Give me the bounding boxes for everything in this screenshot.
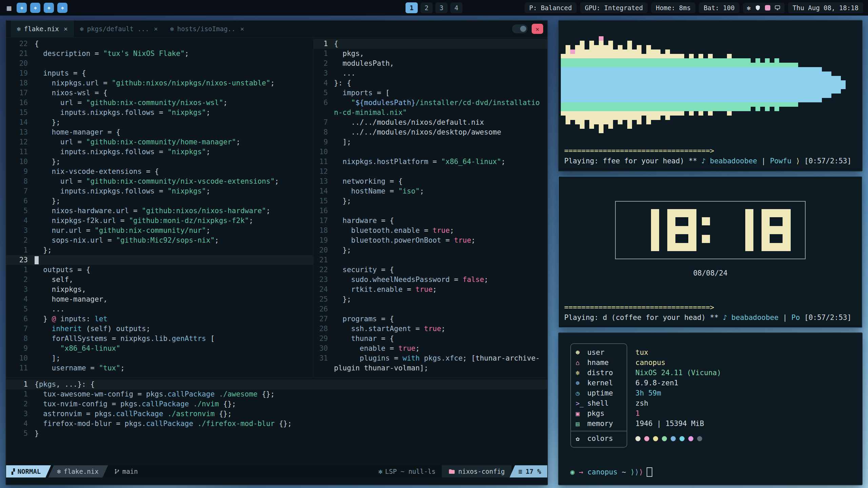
visualizer-column	[770, 63, 774, 107]
fetch-value-row: 1946 | 15394 MiB	[635, 419, 721, 429]
visualizer-column	[694, 58, 698, 111]
code-line: 6 } @ inputs: let	[6, 314, 313, 324]
taskbar-app-icon[interactable]: ❖	[30, 3, 40, 13]
code-line: 9 ];	[314, 137, 547, 147]
visualizer-column	[561, 54, 566, 116]
fetch-row: ⌂hname	[576, 358, 622, 368]
editor-window[interactable]: ❄ flake.nix × ❄ pkgs/default ... × ❄ hos…	[5, 20, 548, 485]
datetime[interactable]: Thu Aug 08, 18:18	[788, 2, 863, 13]
fetch-row: ☸kernel	[576, 378, 622, 388]
taskbar-app-icon[interactable]: ❖	[44, 3, 54, 13]
visualizer-column	[665, 49, 670, 120]
screen-icon[interactable]	[774, 5, 781, 11]
systray: ✻	[743, 3, 785, 13]
visualizer-column	[817, 67, 822, 102]
fetch-value: zsh	[635, 398, 648, 408]
tab-flake-nix[interactable]: ❄ flake.nix ×	[11, 21, 74, 37]
shield-icon[interactable]	[755, 5, 761, 11]
tab-pkgs-default[interactable]: ❄ pkgs/default ... ×	[74, 21, 164, 37]
close-icon[interactable]: ×	[153, 25, 158, 33]
fetch-value: NixOS 24.11 (Vicuna)	[635, 368, 721, 378]
palette-dot	[653, 436, 658, 441]
fetch-value: 1946 | 15394 MiB	[635, 419, 704, 429]
editor-pane-flake-nix[interactable]: 22{21 description = "tux's NixOS Flake";…	[6, 37, 313, 377]
fetch-row: ▤memory	[576, 419, 622, 429]
app-launcher-icon[interactable]: ▦	[5, 4, 13, 12]
visualizer-column	[570, 49, 575, 120]
fetch-value: 6.9.8-zen1	[635, 378, 678, 388]
tab-hosts-isoimage[interactable]: ❄ hosts/isoImag.. ×	[164, 21, 250, 37]
code-line: 5 imports = [	[314, 88, 547, 98]
now-playing-line: Playing: d (coffee for your head) ** ♪ b…	[564, 312, 856, 323]
editor-pane-pkgs-default[interactable]: 1{pkgs, ...}: {1 tux-awesome-wm-config =…	[6, 377, 547, 465]
fetch-value: 3h 59m	[635, 388, 661, 398]
visualizer-column	[589, 41, 594, 129]
visualizer-column	[789, 63, 793, 107]
nix-icon: ❄	[57, 468, 61, 475]
visualizer-column	[618, 45, 623, 124]
code-line: 7 inherit (self) outputs;	[6, 324, 313, 334]
visualizer-column	[732, 58, 736, 111]
clock-date: 08/08/24	[693, 268, 727, 278]
visualizer-column	[703, 58, 708, 111]
power-profile-status: P: Balanced	[525, 2, 577, 13]
taskbar-app-icon[interactable]: ❖	[57, 3, 67, 13]
visualizer-column	[736, 58, 741, 111]
visualizer-column	[755, 58, 760, 111]
hostname-icon: ⌂	[576, 358, 587, 368]
visualizer-column	[717, 58, 722, 111]
code-line: 12	[314, 167, 547, 177]
visualizer-column	[637, 45, 642, 124]
visualizer-column	[803, 67, 808, 102]
code-line: 4 home-manager,	[6, 294, 313, 304]
clock-window[interactable]: 08/08/24 ===============================…	[558, 176, 863, 328]
nix-icon: ❄	[80, 25, 84, 33]
fetch-label: memory	[587, 419, 613, 429]
fan-icon[interactable]: ✻	[747, 4, 751, 12]
git-branch: main	[108, 465, 144, 477]
visualizer-column	[566, 45, 570, 124]
code-line: 28 ssh.startAgent = true;	[314, 324, 547, 334]
tag-4[interactable]: 4	[450, 2, 462, 13]
fetch-window[interactable]: ☻user⌂hname❄distro☸kernel◷uptime>_shell▣…	[558, 332, 863, 485]
code-line: 21 description = "tux's NixOS Flake";	[6, 49, 313, 59]
code-line: 17 nixos-wsl = {	[6, 88, 313, 98]
fetch-value-row: NixOS 24.11 (Vicuna)	[635, 368, 721, 378]
visualizer-column	[722, 58, 727, 111]
taskbar-app-icon[interactable]: ❖	[17, 3, 27, 13]
tag-1[interactable]: 1	[406, 2, 418, 13]
gpu-status: GPU: Integrated	[580, 2, 648, 13]
tab-label: pkgs/default ...	[87, 25, 149, 33]
visualizer-window[interactable]: ==================================> Play…	[558, 20, 863, 171]
visualizer-column	[831, 76, 836, 94]
visualizer-column	[675, 54, 679, 116]
editor-pane-iso-image[interactable]: 1{1 pkgs,2 modulesPath,3 ...4}: {5 impor…	[313, 37, 547, 377]
code-line: 11 username = "tux";	[6, 363, 313, 373]
code-line: n-cd-minimal.nix"	[314, 108, 547, 118]
visualizer-column	[779, 63, 784, 107]
tab-label: flake.nix	[24, 25, 59, 33]
code-line: 3 ...	[314, 68, 547, 78]
code-line: 2 tux-nvim-config = pkgs.callPackage ./n…	[6, 399, 547, 409]
visualizer-column	[594, 45, 599, 124]
toggle-switch[interactable]	[512, 24, 528, 33]
color-picker-icon[interactable]	[765, 5, 770, 11]
command-line[interactable]	[6, 477, 547, 485]
toggle-knob	[520, 26, 526, 32]
visualizer-column	[727, 54, 732, 116]
user-icon: ☻	[576, 347, 587, 358]
code-line: 19 bluetooth.powerOnBoot = true;	[314, 236, 547, 245]
window-close-button[interactable]: ✕	[532, 24, 543, 34]
fetch-value-row: 1	[635, 408, 721, 419]
tag-3[interactable]: 3	[435, 2, 448, 13]
visualizer-column	[613, 49, 618, 120]
code-line: 4}: {	[314, 78, 547, 88]
shell-prompt[interactable]: ◉ → canopus ~ ⟩⟩⟩	[570, 467, 852, 477]
visualizer-column	[713, 58, 717, 111]
fetch-label: kernel	[587, 378, 613, 388]
visualizer-column	[575, 45, 580, 124]
tag-2[interactable]: 2	[420, 2, 433, 13]
branch-icon	[114, 469, 120, 474]
close-icon[interactable]: ×	[239, 25, 244, 33]
close-icon[interactable]: ×	[62, 25, 68, 33]
